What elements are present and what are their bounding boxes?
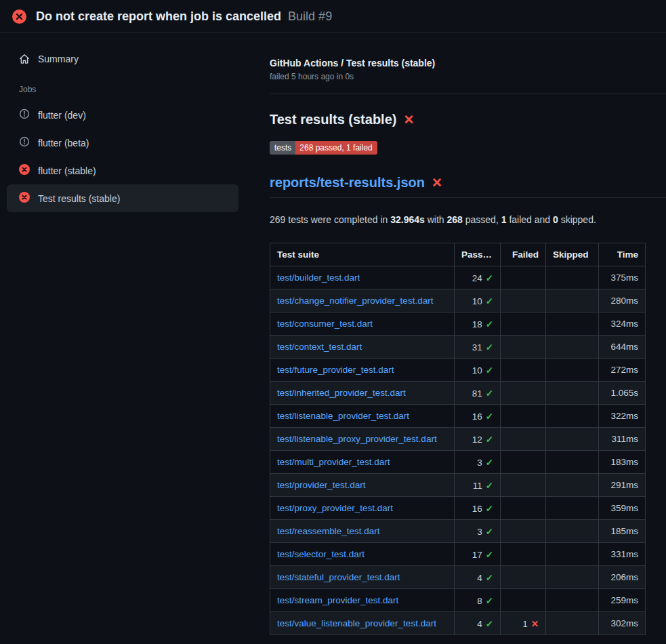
passed-cell-value: 16 (472, 411, 482, 422)
skipped-cell (546, 497, 599, 520)
failed-cell: 1✕ (501, 612, 546, 635)
test-suite-link[interactable]: test/reassemble_test.dart (277, 526, 380, 536)
sidebar-item-flutter-beta[interactable]: flutter (beta) (7, 129, 238, 157)
failed-cell (501, 359, 546, 382)
test-suite-link[interactable]: test/stateful_provider_test.dart (277, 572, 400, 582)
passed-cell: 17✓ (455, 543, 501, 566)
test-suite-link[interactable]: test/builder_test.dart (277, 273, 360, 283)
skipped-cell (546, 543, 599, 566)
test-suite-link[interactable]: test/provider_test.dart (277, 480, 366, 490)
time-cell: 322ms (599, 405, 646, 428)
suite-cell: test/value_listenable_provider_test.dart (270, 612, 455, 635)
summary-text: skipped. (558, 214, 596, 225)
suite-cell: test/consumer_test.dart (270, 313, 455, 336)
passed-cell-value: 11 (473, 481, 482, 491)
test-suite-link[interactable]: test/stream_provider_test.dart (277, 595, 398, 605)
summary-line: 269 tests were completed in 32.964s with… (270, 214, 666, 225)
suite-cell: test/change_notifier_provider_test.dart (270, 289, 455, 313)
skipped-cell (546, 612, 599, 635)
sidebar-item-summary[interactable]: Summary (7, 47, 238, 71)
check-icon: ✓ (486, 458, 493, 468)
check-icon: ✓ (486, 596, 493, 606)
test-suite-link[interactable]: test/listenable_provider_test.dart (277, 411, 409, 421)
passed-cell-value: 8 (477, 596, 482, 606)
passed-cell: 81✓ (455, 382, 501, 405)
test-table-body: test/builder_test.dart24✓375mstest/chang… (270, 266, 646, 635)
suite-cell: test/listenable_provider_test.dart (270, 405, 455, 428)
test-suite-link[interactable]: test/multi_provider_test.dart (277, 457, 390, 467)
summary-text: failed and (507, 214, 554, 225)
check-icon: ✓ (486, 619, 493, 629)
passed-cell-value: 3 (477, 458, 482, 468)
suite-cell: test/listenable_proxy_provider_test.dart (270, 428, 455, 451)
passed-cell: 4✓ (455, 566, 501, 589)
summary-duration: 32.964s (390, 214, 425, 225)
test-suite-link[interactable]: test/inherited_provider_test.dart (277, 388, 406, 398)
check-icon: ✓ (486, 411, 493, 422)
sidebar-item-test-results-stable[interactable]: Test results (stable) (7, 184, 238, 212)
table-row: test/builder_test.dart24✓375ms (270, 266, 646, 289)
time-cell: 1.065s (599, 382, 646, 405)
time-cell: 206ms (599, 566, 646, 589)
job-label: Test results (stable) (38, 193, 120, 204)
test-suite-link[interactable]: test/change_notifier_provider_test.dart (277, 296, 433, 306)
summary-passed-count: 268 (447, 214, 463, 225)
passed-cell-value: 17 (472, 550, 482, 560)
summary-text: 269 tests were completed in (270, 214, 390, 225)
sidebar-summary-label: Summary (38, 54, 79, 64)
summary-failed-count: 1 (501, 214, 507, 225)
table-row: test/listenable_proxy_provider_test.dart… (270, 428, 646, 451)
failed-cell (501, 382, 546, 405)
suite-cell: test/stateful_provider_test.dart (270, 566, 455, 589)
time-cell: 375ms (599, 266, 646, 289)
sidebar-item-flutter-dev[interactable]: flutter (dev) (7, 101, 238, 129)
failed-cell (501, 589, 546, 612)
table-row: test/stream_provider_test.dart8✓259ms (270, 589, 646, 612)
passed-cell-value: 4 (477, 619, 482, 629)
x-circle-icon (12, 9, 26, 24)
failed-cell (501, 520, 546, 543)
time-cell: 359ms (599, 497, 646, 520)
col-header-passed: Passed (455, 243, 501, 266)
passed-cell: 18✓ (455, 313, 501, 336)
summary-text: with (425, 214, 447, 225)
summary-text: passed, (463, 214, 501, 225)
sidebar-item-flutter-stable[interactable]: flutter (stable) (7, 157, 238, 184)
check-icon: ✓ (486, 342, 493, 353)
passed-cell-value: 16 (472, 504, 482, 514)
run-meta: failed 5 hours ago in 0s (270, 72, 666, 81)
table-row: test/reassemble_test.dart3✓185ms (270, 520, 646, 543)
divider (270, 94, 666, 94)
report-file-link[interactable]: reports/test-results.json (270, 175, 425, 190)
run-title-wrap: Do not create report when job is cancell… (36, 9, 332, 24)
time-cell: 183ms (599, 451, 646, 474)
suite-cell: test/future_provider_test.dart (270, 359, 455, 382)
test-suite-link[interactable]: test/listenable_proxy_provider_test.dart (277, 434, 437, 444)
suite-cell: test/proxy_provider_test.dart (270, 497, 455, 520)
job-label: flutter (stable) (38, 165, 96, 176)
test-suite-link[interactable]: test/future_provider_test.dart (277, 365, 394, 375)
passed-cell: 16✓ (455, 405, 501, 428)
test-suite-link[interactable]: test/selector_test.dart (277, 549, 365, 559)
passed-cell: 31✓ (455, 336, 501, 359)
skipped-cell (546, 451, 599, 474)
failed-cell-value: 1 (522, 619, 528, 629)
time-cell: 272ms (599, 359, 646, 382)
check-icon: ✓ (486, 388, 493, 399)
check-icon: ✓ (486, 527, 493, 537)
run-build-number: Build #9 (288, 9, 332, 24)
test-suite-link[interactable]: test/consumer_test.dart (277, 319, 373, 329)
time-cell: 280ms (599, 289, 646, 313)
table-row: test/context_test.dart31✓644ms (270, 336, 646, 359)
neutral-status-icon (19, 136, 30, 149)
skipped-cell (546, 359, 599, 382)
check-icon: ✓ (486, 319, 493, 329)
passed-cell: 4✓ (455, 612, 501, 635)
test-suite-link[interactable]: test/value_listenable_provider_test.dart (277, 618, 436, 628)
section-title: Test results (stable) (270, 112, 396, 127)
test-suite-link[interactable]: test/context_test.dart (277, 342, 362, 352)
skipped-cell (546, 589, 599, 612)
failed-cell (501, 474, 546, 497)
breadcrumb: GitHub Actions / Test results (stable) (270, 58, 666, 68)
test-suite-link[interactable]: test/proxy_provider_test.dart (277, 503, 393, 513)
